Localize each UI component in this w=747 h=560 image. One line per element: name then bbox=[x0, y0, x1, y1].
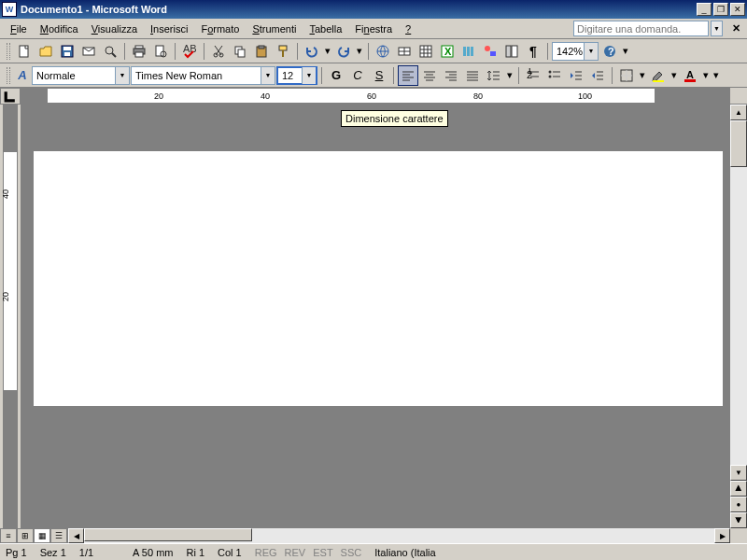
close-button[interactable]: ✕ bbox=[730, 3, 745, 16]
show-formatting-button[interactable]: ¶ bbox=[523, 41, 543, 62]
font-color-button[interactable]: A bbox=[680, 65, 700, 86]
paste-button[interactable] bbox=[251, 41, 272, 62]
menu-tabella[interactable]: Tabella bbox=[303, 21, 348, 36]
font-dropdown-icon[interactable]: ▼ bbox=[261, 67, 275, 84]
redo-dropdown[interactable]: ▾ bbox=[355, 41, 364, 62]
hscroll-thumb[interactable] bbox=[84, 528, 252, 541]
toolbar-options[interactable]: ▾ bbox=[712, 65, 721, 86]
highlight-dropdown[interactable]: ▾ bbox=[669, 65, 679, 86]
horizontal-ruler[interactable]: 20 40 60 80 100 bbox=[21, 88, 730, 104]
scroll-down-button[interactable]: ▼ bbox=[730, 465, 747, 481]
tables-borders-button[interactable] bbox=[394, 41, 415, 62]
bold-button[interactable]: G bbox=[326, 65, 346, 86]
scroll-thumb[interactable] bbox=[730, 120, 747, 167]
styles-icon[interactable]: A bbox=[14, 67, 31, 84]
menu-help[interactable]: ? bbox=[399, 21, 417, 36]
line-spacing-dropdown[interactable]: ▾ bbox=[505, 65, 514, 86]
formatting-toolbar: A Normale ▼ Times New Roman ▼ 12 ▼ G C S… bbox=[0, 63, 747, 88]
tab-selector[interactable] bbox=[0, 88, 21, 105]
style-combo[interactable]: Normale ▼ bbox=[32, 66, 130, 85]
align-center-button[interactable] bbox=[419, 65, 440, 86]
fontsize-dropdown-icon[interactable]: ▼ bbox=[302, 67, 316, 84]
print-layout-view-button[interactable]: ▦ bbox=[34, 528, 50, 543]
save-button[interactable] bbox=[57, 41, 78, 62]
style-dropdown-icon[interactable]: ▼ bbox=[115, 67, 129, 84]
scroll-left-button[interactable]: ◀ bbox=[68, 528, 84, 543]
next-page-button[interactable]: ⯆ bbox=[730, 512, 747, 528]
font-combo[interactable]: Times New Roman ▼ bbox=[131, 66, 275, 85]
toolbar-grip[interactable] bbox=[7, 43, 10, 60]
decrease-indent-button[interactable] bbox=[566, 65, 586, 86]
vertical-ruler[interactable]: 40 20 bbox=[3, 105, 18, 528]
menu-modifica[interactable]: Modifica bbox=[34, 21, 85, 36]
status-language[interactable]: Italiano (Italia bbox=[374, 547, 435, 558]
hscroll-track[interactable] bbox=[84, 528, 714, 543]
zoom-combo[interactable]: 142% ▼ bbox=[552, 42, 599, 61]
format-painter-button[interactable] bbox=[273, 41, 293, 62]
italic-button[interactable]: C bbox=[347, 65, 368, 86]
insert-table-button[interactable] bbox=[416, 41, 436, 62]
fontsize-combo[interactable]: 12 ▼ bbox=[276, 66, 317, 85]
page[interactable] bbox=[34, 117, 723, 406]
justify-button[interactable] bbox=[462, 65, 483, 86]
scroll-right-button[interactable]: ▶ bbox=[714, 528, 730, 543]
drawing-button[interactable] bbox=[480, 41, 500, 62]
borders-dropdown[interactable]: ▾ bbox=[638, 65, 647, 86]
web-view-button[interactable]: ⊞ bbox=[17, 528, 34, 543]
browse-object-button[interactable]: ● bbox=[730, 497, 747, 512]
menu-formato[interactable]: Formato bbox=[194, 21, 246, 36]
svg-rect-34 bbox=[471, 47, 473, 56]
columns-button[interactable] bbox=[458, 41, 479, 62]
undo-dropdown[interactable]: ▾ bbox=[323, 41, 332, 62]
font-color-dropdown[interactable]: ▾ bbox=[701, 65, 711, 86]
status-section: Sez 1 bbox=[40, 547, 66, 558]
new-document-button[interactable] bbox=[14, 41, 35, 62]
scroll-up-button[interactable]: ▲ bbox=[730, 105, 747, 120]
bullet-list-button[interactable] bbox=[544, 65, 565, 86]
align-left-button[interactable] bbox=[398, 65, 418, 86]
bottom-bar: ≡ ⊞ ▦ ☰ ◀ ▶ bbox=[0, 528, 747, 543]
open-button[interactable] bbox=[35, 41, 56, 62]
excel-button[interactable]: X bbox=[437, 41, 458, 62]
status-page: Pg 1 bbox=[6, 547, 27, 558]
menu-visualizza[interactable]: Visualizza bbox=[85, 21, 144, 36]
page-content[interactable] bbox=[34, 151, 723, 406]
menu-file[interactable]: File bbox=[4, 21, 34, 36]
status-modes[interactable]: REGREVESTSSC bbox=[255, 547, 362, 558]
copy-button[interactable] bbox=[230, 41, 250, 62]
increase-indent-button[interactable] bbox=[587, 65, 608, 86]
numbered-list-button[interactable]: 12 bbox=[523, 65, 543, 86]
line-spacing-button[interactable] bbox=[484, 65, 504, 86]
svg-rect-0 bbox=[20, 46, 28, 57]
minimize-button[interactable]: _ bbox=[697, 3, 712, 16]
document-map-button[interactable] bbox=[501, 41, 522, 62]
document-close-button[interactable]: ✕ bbox=[728, 22, 743, 35]
ask-dropdown-icon[interactable]: ▼ bbox=[711, 21, 723, 36]
borders-button[interactable] bbox=[616, 65, 637, 86]
toolbar-options[interactable]: ▾ bbox=[621, 41, 630, 62]
mail-button[interactable] bbox=[78, 41, 99, 62]
normal-view-button[interactable]: ≡ bbox=[0, 528, 17, 543]
outline-view-button[interactable]: ☰ bbox=[50, 528, 67, 543]
underline-button[interactable]: S bbox=[369, 65, 389, 86]
ask-question-input[interactable] bbox=[573, 21, 709, 36]
undo-button[interactable] bbox=[302, 41, 322, 62]
previous-page-button[interactable]: ⯅ bbox=[730, 481, 747, 497]
hyperlink-button[interactable] bbox=[373, 41, 393, 62]
print-preview-button[interactable] bbox=[150, 41, 171, 62]
align-right-button[interactable] bbox=[441, 65, 461, 86]
highlight-button[interactable] bbox=[648, 65, 669, 86]
help-button[interactable]: ? bbox=[599, 41, 620, 62]
menu-inserisci[interactable]: Inserisci bbox=[144, 21, 194, 36]
menu-strumenti[interactable]: Strumenti bbox=[246, 21, 303, 36]
spellcheck-button[interactable]: ABC bbox=[179, 41, 200, 62]
toolbar-grip[interactable] bbox=[7, 67, 10, 84]
search-button[interactable] bbox=[100, 41, 120, 62]
zoom-dropdown-icon[interactable]: ▼ bbox=[584, 43, 598, 60]
restore-button[interactable]: ❐ bbox=[713, 3, 728, 16]
cut-button[interactable] bbox=[208, 41, 229, 62]
scroll-track[interactable] bbox=[730, 120, 747, 465]
print-button[interactable] bbox=[129, 41, 149, 62]
redo-button[interactable] bbox=[333, 41, 354, 62]
menu-finestra[interactable]: Finestra bbox=[348, 21, 399, 36]
